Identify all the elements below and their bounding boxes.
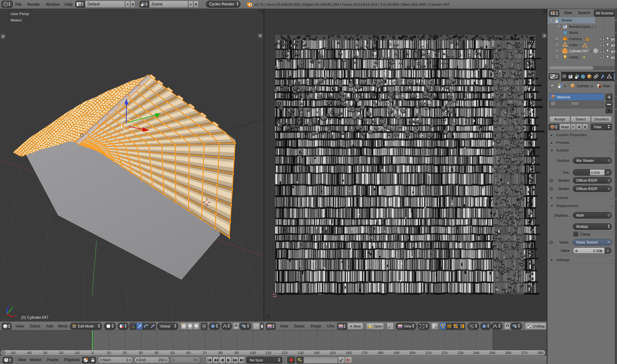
svg-text:i: i (5, 3, 6, 6)
svg-text:y: y (12, 305, 13, 309)
svg-text:x: x (15, 314, 16, 317)
svg-text:Meters: Meters (11, 18, 22, 22)
svg-text:z: z (8, 305, 9, 308)
svg-text:(0) Cylinder.047: (0) Cylinder.047 (21, 315, 48, 320)
svg-text:User Persp: User Persp (11, 12, 29, 16)
